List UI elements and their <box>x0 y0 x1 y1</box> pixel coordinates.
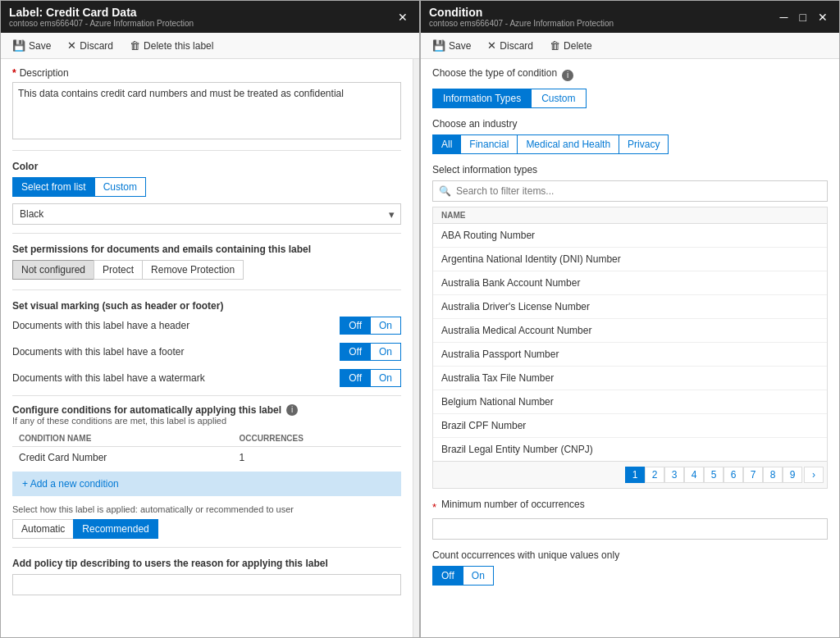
description-label: * Description <box>12 67 401 79</box>
list-item[interactable]: Brazil Legal Entity Number (CNPJ) <box>433 438 827 461</box>
watermark-on-btn[interactable]: On <box>370 369 401 387</box>
left-close-btn[interactable]: ✕ <box>395 9 411 25</box>
select-from-list-btn[interactable]: Select from list <box>12 177 94 197</box>
right-discard-button[interactable]: ✕ Discard <box>484 38 536 53</box>
page-7-btn[interactable]: 7 <box>743 467 763 483</box>
permissions-group: Not configured Protect Remove Protection <box>12 260 401 280</box>
info-types-tab[interactable]: Information Types <box>432 89 531 108</box>
right-panel: Condition contoso ems666407 - Azure Info… <box>420 0 840 638</box>
footer-on-btn[interactable]: On <box>370 343 401 361</box>
count-unique-label: Count occurrences with unique values onl… <box>432 549 828 561</box>
footer-toggle-group: Off On <box>340 343 401 361</box>
page-8-btn[interactable]: 8 <box>763 467 783 483</box>
policy-tip-input[interactable]: It is recommended to label this file as … <box>12 574 401 595</box>
col-condition-name: CONDITION NAME <box>12 431 233 447</box>
count-off-btn[interactable]: Off <box>432 566 463 586</box>
header-toggle-row: Documents with this label have a header … <box>12 317 401 335</box>
info-types-list: NAME ABA Routing NumberArgentina Nationa… <box>432 207 828 489</box>
right-delete-button[interactable]: 🗑 Delete <box>546 38 596 53</box>
watermark-toggle-label: Documents with this label have a waterma… <box>12 372 333 384</box>
left-panel-subtitle: contoso ems666407 - Azure Information Pr… <box>9 19 194 28</box>
page-1-btn[interactable]: 1 <box>625 467 645 483</box>
industry-medical-btn[interactable]: Medical and Health <box>517 134 619 154</box>
add-condition-btn[interactable]: + Add a new condition <box>12 472 401 496</box>
info-types-label: Select information types <box>432 164 828 175</box>
divider-1 <box>12 150 401 151</box>
page-5-btn[interactable]: 5 <box>704 467 724 483</box>
condition-type-header: Choose the type of condition i <box>432 67 828 84</box>
industry-financial-btn[interactable]: Financial <box>460 134 517 154</box>
page-2-btn[interactable]: 2 <box>645 467 664 483</box>
info-list-header: NAME <box>433 207 827 224</box>
custom-tab[interactable]: Custom <box>531 89 586 108</box>
color-select[interactable]: Black Red Blue Green <box>12 203 401 225</box>
discard-icon: ✕ <box>67 39 76 52</box>
divider-5 <box>12 547 401 548</box>
left-panel-title: Label: Credit Card Data <box>9 6 194 19</box>
recommended-btn[interactable]: Recommended <box>73 519 158 539</box>
delete-icon: 🗑 <box>130 39 140 52</box>
policy-tip-label: Add policy tip describing to users the r… <box>12 558 401 569</box>
count-unique-section: Count occurrences with unique values onl… <box>432 549 828 586</box>
page-next-btn[interactable]: › <box>804 467 824 483</box>
protect-btn[interactable]: Protect <box>94 260 142 280</box>
industry-privacy-btn[interactable]: Privacy <box>619 134 669 154</box>
description-textarea[interactable]: This data contains credit card numbers a… <box>12 82 401 139</box>
min-occ-label: Minimum number of occurrences <box>441 499 585 510</box>
list-item[interactable]: Australia Medical Account Number <box>433 319 827 343</box>
right-minimize-btn[interactable]: ─ <box>777 9 792 25</box>
conditions-header: Configure conditions for automatically a… <box>12 404 401 416</box>
header-off-btn[interactable]: Off <box>340 317 370 335</box>
list-item[interactable]: Belgium National Number <box>433 390 827 414</box>
divider-4 <box>12 395 401 396</box>
watermark-off-btn[interactable]: Off <box>340 369 370 387</box>
condition-type-section: Choose the type of condition i Informati… <box>432 67 828 108</box>
right-save-button[interactable]: 💾 Save <box>429 38 474 53</box>
list-item[interactable]: Argentina National Identity (DNI) Number <box>433 248 827 271</box>
condition-type-group: Information Types Custom <box>432 89 828 108</box>
left-discard-button[interactable]: ✕ Discard <box>64 38 116 53</box>
header-toggle-label: Documents with this label have a header <box>12 320 333 331</box>
min-occ-header: * Minimum number of occurrences <box>432 499 828 515</box>
footer-toggle-label: Documents with this label have a footer <box>12 346 333 358</box>
search-input[interactable] <box>432 180 828 202</box>
left-scrollbar[interactable] <box>413 59 419 637</box>
list-item[interactable]: Australia Tax File Number <box>433 367 827 390</box>
industry-group: All Financial Medical and Health Privacy <box>432 134 828 154</box>
right-close-btn[interactable]: ✕ <box>815 9 831 25</box>
min-occ-input[interactable]: 1 <box>432 518 828 540</box>
right-discard-icon: ✕ <box>487 39 496 52</box>
count-on-btn[interactable]: On <box>463 566 494 586</box>
left-title-bar: Label: Credit Card Data contoso ems66640… <box>1 1 419 33</box>
footer-off-btn[interactable]: Off <box>340 343 370 361</box>
watermark-toggle-row: Documents with this label have a waterma… <box>12 369 401 387</box>
list-item[interactable]: Australia Driver's License Number <box>433 295 827 319</box>
page-9-btn[interactable]: 9 <box>783 467 802 483</box>
page-buttons: 123456789 <box>625 467 802 483</box>
remove-protection-btn[interactable]: Remove Protection <box>142 260 244 280</box>
left-save-button[interactable]: 💾 Save <box>9 38 54 53</box>
info-list-items: ABA Routing NumberArgentina National Ide… <box>433 224 827 461</box>
header-on-btn[interactable]: On <box>370 317 401 335</box>
condition-type-label: Choose the type of condition <box>432 67 557 79</box>
industry-all-btn[interactable]: All <box>432 134 460 154</box>
right-panel-subtitle: contoso ems666407 - Azure Information Pr… <box>429 19 614 28</box>
color-custom-btn[interactable]: Custom <box>94 177 146 197</box>
search-box: 🔍 <box>432 180 828 202</box>
list-item[interactable]: Brazil CPF Number <box>433 414 827 438</box>
color-btn-group: Select from list Custom <box>12 177 401 197</box>
left-delete-button[interactable]: 🗑 Delete this label <box>126 38 217 53</box>
list-item[interactable]: Australia Bank Account Number <box>433 271 827 295</box>
automatic-btn[interactable]: Automatic <box>12 519 73 539</box>
list-item[interactable]: ABA Routing Number <box>433 224 827 248</box>
page-4-btn[interactable]: 4 <box>684 467 704 483</box>
conditions-info-icon: i <box>286 404 298 416</box>
right-maximize-btn[interactable]: □ <box>797 9 810 25</box>
page-3-btn[interactable]: 3 <box>664 467 684 483</box>
not-configured-btn[interactable]: Not configured <box>12 260 94 280</box>
page-6-btn[interactable]: 6 <box>724 467 743 483</box>
search-icon: 🔍 <box>439 185 451 197</box>
right-title-text: Condition contoso ems666407 - Azure Info… <box>429 6 614 28</box>
list-item[interactable]: Australia Passport Number <box>433 343 827 367</box>
condition-name-cell: Credit Card Number <box>12 447 233 469</box>
